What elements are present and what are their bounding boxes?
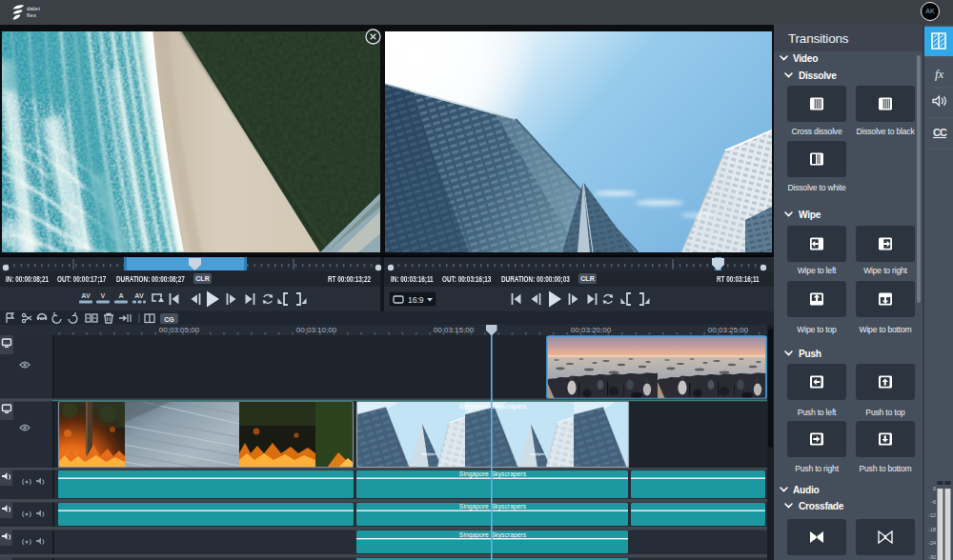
svg-text:00:03:15;00: 00:03:15;00: [434, 326, 475, 334]
svg-text:CG: CG: [164, 316, 174, 323]
svg-text:0: 0: [933, 486, 936, 491]
svg-text:Cross dissolve: Cross dissolve: [791, 127, 841, 136]
svg-text:00:03:10;00: 00:03:10;00: [296, 326, 337, 334]
svg-text:-30: -30: [928, 554, 936, 560]
svg-text:Wipe to top: Wipe to top: [797, 325, 837, 334]
svg-text:16:9: 16:9: [408, 295, 424, 305]
svg-text:Push to bottom: Push to bottom: [859, 464, 911, 473]
svg-text:Wipe: Wipe: [799, 210, 821, 220]
svg-text:CC: CC: [933, 127, 947, 138]
svg-text:Push to top: Push to top: [865, 408, 905, 417]
svg-text:Video: Video: [793, 53, 818, 64]
svg-text:Wipe to bottom: Wipe to bottom: [860, 325, 912, 334]
svg-text:Push to left: Push to left: [798, 408, 837, 417]
svg-text:-24: -24: [928, 540, 936, 546]
svg-text:Singapore Skyscrapers: Singapore Skyscrapers: [459, 470, 527, 478]
svg-text:Dissolve: Dissolve: [799, 70, 837, 81]
svg-text:00:03:25;00: 00:03:25;00: [708, 326, 749, 334]
svg-text:Dissolve to black: Dissolve to black: [856, 127, 915, 136]
svg-text:-12: -12: [928, 512, 936, 518]
svg-text:-18: -18: [928, 527, 936, 532]
svg-text:Wipe to right: Wipe to right: [863, 266, 907, 275]
svg-text:Push to right: Push to right: [795, 464, 839, 473]
svg-text:Singapore Skyscrapers: Singapore Skyscrapers: [459, 503, 527, 510]
svg-text:Dissolve to white: Dissolve to white: [787, 183, 845, 192]
svg-text:Singapore Skyscrapers: Singapore Skyscrapers: [459, 403, 527, 410]
svg-text:Push: Push: [799, 349, 821, 359]
svg-text:A: A: [118, 291, 123, 300]
svg-text:00:03:20;00: 00:03:20;00: [571, 326, 612, 334]
svg-text:AV: AV: [81, 291, 91, 300]
svg-text:Singapore Skyscrapers: Singapore Skyscrapers: [459, 531, 527, 539]
svg-text:V: V: [101, 291, 106, 300]
svg-text:00:03:05;00: 00:03:05;00: [159, 326, 200, 334]
svg-text:-6: -6: [931, 499, 936, 505]
svg-text:fx: fx: [935, 67, 944, 81]
svg-text:Audio: Audio: [793, 485, 819, 495]
svg-text:Crossfade: Crossfade: [799, 501, 844, 511]
svg-text:Wipe to left: Wipe to left: [798, 266, 837, 275]
svg-text:AV: AV: [134, 291, 144, 300]
